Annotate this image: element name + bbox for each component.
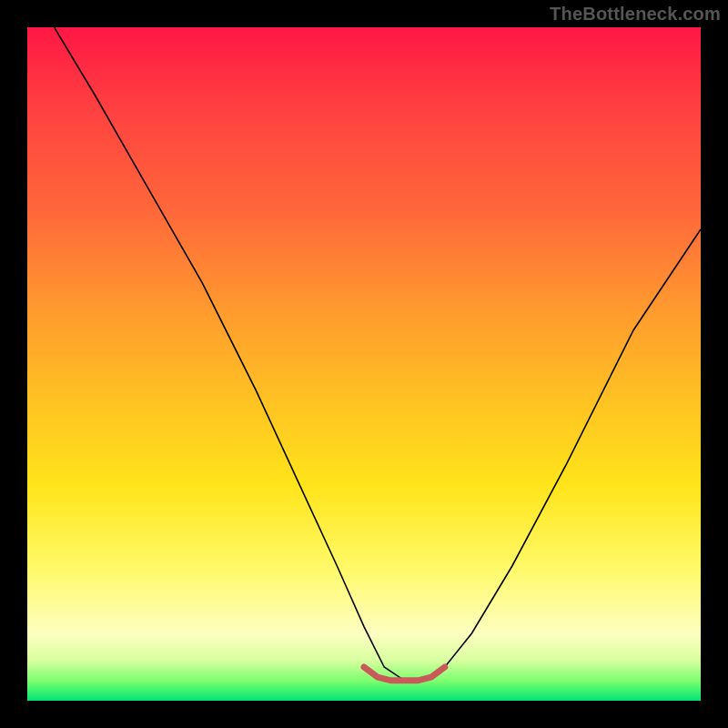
chart-svg — [27, 27, 701, 701]
bottleneck-curve — [55, 27, 701, 681]
plot-area — [27, 27, 701, 701]
chart-frame: TheBottleneck.com — [0, 0, 728, 728]
watermark-text: TheBottleneck.com — [550, 4, 721, 25]
marker-band — [364, 667, 445, 681]
